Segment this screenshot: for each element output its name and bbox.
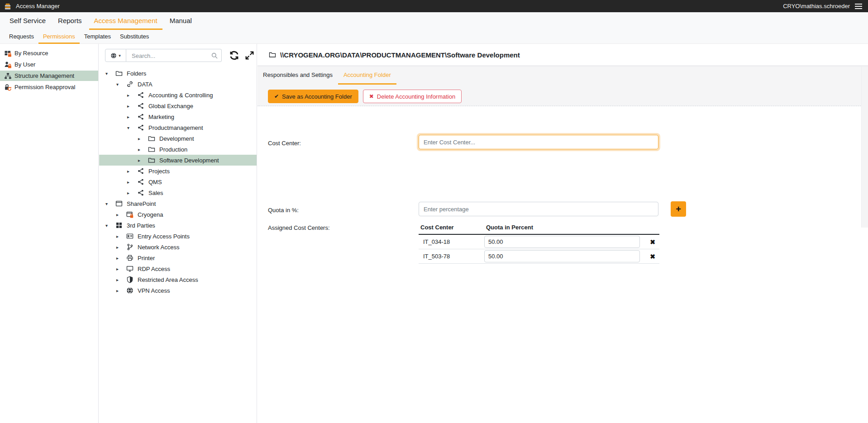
- tree-item-sharepoint[interactable]: ▾SharePoint: [99, 198, 257, 209]
- tree-item-entry-access-points[interactable]: ▸Entry Access Points: [99, 231, 257, 242]
- caret-right-icon[interactable]: ▸: [127, 93, 137, 98]
- sidebar-item-permission-reapproval[interactable]: Permission Reapproval: [0, 82, 98, 92]
- search-box: [126, 49, 222, 62]
- tree-item-restricted-area-access[interactable]: ▸Restricted Area Access: [99, 274, 257, 285]
- tab-accounting-folder[interactable]: Accounting Folder: [338, 66, 396, 85]
- caret-right-icon[interactable]: ▸: [116, 277, 126, 282]
- remove-cost-center-button[interactable]: ✖: [646, 253, 659, 260]
- scope-filter-dropdown[interactable]: ▾: [105, 49, 126, 62]
- tree-item-marketing[interactable]: ▸Marketing: [99, 111, 257, 122]
- caret-right-icon[interactable]: ▸: [116, 212, 126, 217]
- share-icon: [137, 91, 144, 99]
- search-input[interactable]: [131, 50, 210, 62]
- sub-nav-item-permissions[interactable]: Permissions: [38, 30, 80, 44]
- caret-right-icon[interactable]: ▸: [127, 104, 137, 109]
- delete-accounting-information-button[interactable]: ✖ Delete Accounting Information: [363, 90, 462, 103]
- logged-in-user: CRYO\mathias.schroeder: [783, 3, 850, 10]
- main-content: \\CRYOGENA.ORG\DATA\PRODUCTMANAGEMENT\So…: [258, 44, 868, 423]
- tree-item-data[interactable]: ▾DATA: [99, 79, 257, 90]
- caret-right-icon[interactable]: ▸: [116, 234, 126, 239]
- tree-item-sales[interactable]: ▸Sales: [99, 187, 257, 198]
- caret-right-icon[interactable]: ▸: [116, 266, 126, 271]
- vertical-scrollbar[interactable]: [861, 67, 868, 228]
- caret-down-icon[interactable]: ▾: [127, 125, 137, 130]
- id-card-icon: [126, 233, 134, 240]
- caret-right-icon[interactable]: ▸: [127, 180, 137, 185]
- sidebar-item-structure-management[interactable]: Structure Management: [0, 71, 98, 81]
- tree-item-folders[interactable]: ▾Folders: [99, 68, 257, 79]
- folder-icon: [148, 146, 155, 153]
- caret-right-icon[interactable]: ▸: [127, 114, 137, 119]
- x-icon: ✖: [369, 93, 374, 100]
- quota-input[interactable]: [419, 202, 658, 216]
- save-accounting-folder-button[interactable]: ✔ Save as Accounting Folder: [268, 90, 358, 103]
- sidebar-item-by-user[interactable]: By User: [0, 59, 98, 70]
- main-nav-item-self-service[interactable]: Self Service: [5, 12, 51, 30]
- sub-nav-item-templates[interactable]: Templates: [80, 30, 115, 44]
- tree-item-software-development[interactable]: ▸Software Development: [99, 155, 257, 166]
- tree-item-development[interactable]: ▸Development: [99, 133, 257, 144]
- sub-nav: RequestsPermissionsTemplatesSubstitutes: [0, 30, 868, 44]
- tab-responsibles-and-settings[interactable]: Responsibles and Settings: [258, 66, 338, 85]
- share-icon: [137, 178, 144, 185]
- sub-nav-item-substitutes[interactable]: Substitutes: [115, 30, 153, 44]
- table-row: IT_503-78✖: [419, 249, 659, 264]
- caret-down-icon[interactable]: ▾: [105, 223, 115, 228]
- caret-right-icon[interactable]: ▸: [116, 256, 126, 261]
- tree-item-label: DATA: [138, 81, 153, 88]
- tree-item-rdp-access[interactable]: ▸RDP Access: [99, 263, 257, 274]
- main-nav-item-manual[interactable]: Manual: [165, 12, 197, 30]
- sidebar-item-by-resource[interactable]: By Resource: [0, 48, 98, 58]
- add-cost-center-button[interactable]: +: [671, 201, 686, 217]
- caret-right-icon[interactable]: ▸: [116, 288, 126, 293]
- table-row: IT_034-18✖: [419, 235, 659, 249]
- tree-item-cryogena[interactable]: ▸Cryogena: [99, 209, 257, 220]
- tree-item-label: Cryogena: [138, 211, 163, 218]
- tree-item-global-exchange[interactable]: ▸Global Exchange: [99, 100, 257, 111]
- main-nav-item-access-management[interactable]: Access Management: [89, 12, 162, 30]
- caret-right-icon[interactable]: ▸: [138, 147, 148, 152]
- search-icon: [211, 52, 218, 59]
- cost-center-cell: IT_503-78: [419, 253, 484, 260]
- share-icon: [137, 102, 144, 109]
- caret-right-icon[interactable]: ▸: [127, 169, 137, 174]
- tree-item-projects[interactable]: ▸Projects: [99, 166, 257, 176]
- tree-item-production[interactable]: ▸Production: [99, 144, 257, 155]
- cost-center-input[interactable]: [419, 135, 658, 149]
- sub-nav-item-requests[interactable]: Requests: [5, 30, 38, 44]
- check-icon: ✔: [274, 93, 279, 100]
- tree-item-accounting-controlling[interactable]: ▸Accounting & Controlling: [99, 90, 257, 100]
- caret-right-icon[interactable]: ▸: [138, 136, 148, 141]
- quota-cell-input[interactable]: [484, 250, 640, 262]
- caret-right-icon[interactable]: ▸: [138, 158, 148, 163]
- sidebar-item-label: By User: [14, 61, 35, 68]
- navigation-area: Self ServiceReportsAccess ManagementManu…: [0, 12, 868, 44]
- caret-down-icon[interactable]: ▾: [105, 71, 115, 76]
- main-nav-item-reports[interactable]: Reports: [53, 12, 87, 30]
- folder-icon: [268, 51, 277, 58]
- caret-right-icon[interactable]: ▸: [127, 190, 137, 195]
- caret-right-icon[interactable]: ▸: [116, 245, 126, 250]
- tree-item-qms[interactable]: ▸QMS: [99, 176, 257, 187]
- tree-item-label: VPN Access: [138, 287, 170, 294]
- tree-item-vpn-access[interactable]: ▸VPN Access: [99, 285, 257, 296]
- tree-item-label: Printer: [138, 255, 155, 261]
- tree-item-printer[interactable]: ▸Printer: [99, 252, 257, 263]
- quota-cell-input[interactable]: [484, 236, 640, 248]
- monitor-icon: [126, 265, 134, 272]
- tree-item-3rd-parties[interactable]: ▾3rd Parties: [99, 220, 257, 231]
- remove-cost-center-button[interactable]: ✖: [646, 238, 659, 246]
- folder-icon: [148, 135, 155, 142]
- expand-icon[interactable]: [245, 51, 254, 60]
- hamburger-menu-icon[interactable]: [854, 3, 863, 10]
- tree-item-network-access[interactable]: ▸Network Access: [99, 242, 257, 252]
- tree-item-label: Accounting & Controlling: [148, 92, 213, 99]
- tree-item-productmanagement[interactable]: ▾Productmanagement: [99, 122, 257, 133]
- tree-panel: ▾ ▾Folders▾DATA▸Accounting & Controll: [99, 44, 257, 423]
- tree-item-label: Restricted Area Access: [138, 276, 198, 283]
- tree-item-label: Sales: [148, 190, 163, 196]
- caret-down-icon[interactable]: ▾: [116, 82, 126, 87]
- refresh-icon[interactable]: [229, 50, 239, 61]
- caret-down-icon[interactable]: ▾: [105, 201, 115, 206]
- tree-item-label: Projects: [148, 168, 170, 175]
